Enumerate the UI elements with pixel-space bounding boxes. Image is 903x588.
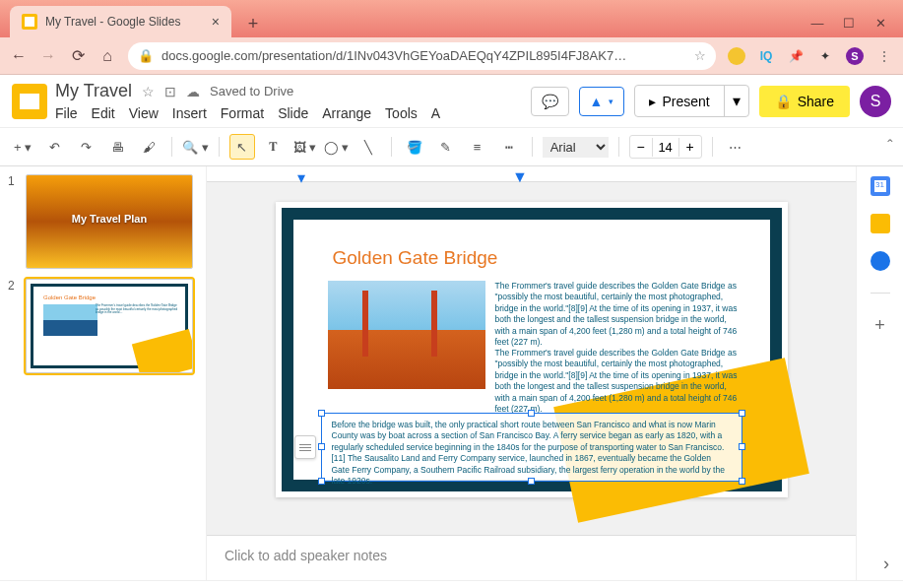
tab-title: My Travel - Google Slides [45,15,180,29]
resize-handle-icon[interactable] [528,478,535,485]
slide-image[interactable] [328,281,485,389]
present-dropdown[interactable]: ▾ [724,86,748,116]
slide-paragraph-2[interactable]: The Frommer's travel guide describes the… [495,348,739,416]
document-title[interactable]: My Travel [55,81,132,101]
menu-arrange[interactable]: Arrange [322,105,371,121]
minimize-icon[interactable]: — [810,16,824,30]
extensions-puzzle-icon[interactable]: ✦ [816,47,834,65]
zoom-button[interactable]: 🔍 ▾ [182,134,209,160]
collapse-toolbar-icon[interactable]: ˆ [877,128,903,165]
speaker-notes[interactable]: Click to add speaker notes [207,535,856,580]
lock-icon: 🔒 [138,48,154,63]
add-addon-icon[interactable]: + [871,315,890,335]
selected-textbox-content[interactable]: Before the bridge was built, the only pr… [332,420,725,486]
menu-more[interactable]: A [431,105,440,121]
star-icon[interactable]: ☆ [142,84,155,99]
ruler-indent-marker-icon[interactable]: ▼ [512,168,528,186]
fill-color-button[interactable]: 🪣 [402,134,427,160]
keep-icon[interactable] [871,214,890,233]
side-panel: 31 + [856,166,903,580]
browser-menu-icon[interactable]: ⋮ [875,47,893,65]
font-size-increase[interactable]: + [679,136,701,158]
extension-icon-1[interactable] [728,47,745,65]
maximize-icon[interactable]: ☐ [842,16,856,30]
share-button[interactable]: 🔒Share [759,86,850,117]
resize-handle-icon[interactable] [739,478,745,485]
slideshow-dropdown-button[interactable]: ▲▾ [579,87,625,116]
menu-format[interactable]: Format [221,105,264,121]
textbox-tool[interactable]: 𝐓 [261,134,287,160]
menu-insert[interactable]: Insert [172,105,207,121]
browser-tab[interactable]: My Travel - Google Slides × [10,6,231,37]
print-button[interactable]: 🖶 [104,134,130,160]
line-tool[interactable]: ╲ [355,134,381,160]
save-status: Saved to Drive [210,84,293,99]
font-size-value[interactable]: 14 [652,138,679,157]
slide-canvas[interactable]: Golden Gate Bridge The Frommer's travel … [276,202,788,497]
horizontal-ruler[interactable]: ▾ ▼ [207,166,856,182]
move-icon[interactable]: ⊡ [164,84,176,99]
resize-handle-icon[interactable] [528,410,535,417]
thumb-1-title: My Travel Plan [27,213,192,225]
redo-button[interactable]: ↷ [73,134,98,160]
reload-icon[interactable]: ⟳ [69,47,87,65]
side-panel-toggle-icon[interactable]: › [883,554,889,574]
select-tool[interactable]: ↖ [229,134,255,160]
tasks-icon[interactable] [871,251,890,271]
home-icon[interactable]: ⌂ [98,47,116,65]
menu-tools[interactable]: Tools [385,105,418,121]
slide-thumbnail-2[interactable]: Golden Gate Bridge The Frommer's travel … [26,279,193,373]
shape-tool[interactable]: ◯ ▾ [324,134,350,160]
thumb-number: 2 [8,279,20,373]
slide-title[interactable]: Golden Gate Bridge [333,247,498,269]
close-window-icon[interactable]: ✕ [873,16,887,30]
slides-favicon [22,14,37,30]
window-controls: — ☐ ✕ [810,16,903,37]
speaker-notes-placeholder: Click to add speaker notes [225,548,387,563]
play-icon: ▸ [649,94,656,109]
border-color-button[interactable]: ✎ [433,134,459,160]
border-weight-button[interactable]: ≡ [465,134,490,160]
border-dash-button[interactable]: ┅ [496,134,522,160]
slide-thumbnail-1[interactable]: My Travel Plan [26,174,193,269]
browser-titlebar: My Travel - Google Slides × + — ☐ ✕ [0,0,903,37]
notes-resize-grip-icon[interactable] [517,533,547,537]
menu-view[interactable]: View [129,105,159,121]
extension-icon-iq[interactable]: IQ [757,47,775,65]
tab-close-icon[interactable]: × [212,14,220,30]
font-family-select[interactable]: Arial [543,137,609,158]
selected-textbox[interactable]: Before the bridge was built, the only pr… [321,413,742,482]
undo-button[interactable]: ↶ [41,134,67,160]
new-slide-button[interactable]: + ▾ [10,134,35,160]
resize-handle-icon[interactable] [318,478,325,485]
url-field[interactable]: 🔒 docs.google.com/presentation/d/1INv043… [128,42,716,70]
paint-format-button[interactable]: 🖌 [136,134,161,160]
new-tab-button[interactable]: + [239,10,267,37]
more-tools-button[interactable]: ⋯ [723,134,748,160]
user-avatar[interactable]: S [860,86,891,117]
resize-handle-icon[interactable] [739,410,745,417]
back-icon[interactable]: ← [10,47,28,65]
font-size-decrease[interactable]: − [630,136,652,158]
present-button[interactable]: ▸Present [635,86,723,116]
google-slides-logo-icon[interactable] [12,84,47,119]
forward-icon: → [39,47,57,65]
resize-handle-icon[interactable] [318,443,325,450]
pinterest-icon[interactable]: 📌 [787,47,805,65]
ruler-indent-marker-icon[interactable]: ▾ [297,168,305,187]
star-bookmark-icon[interactable]: ☆ [694,48,706,63]
menu-slide[interactable]: Slide [278,105,308,121]
menu-file[interactable]: File [55,105,78,121]
menu-edit[interactable]: Edit [92,105,115,121]
comments-button[interactable]: 💬 [531,87,569,116]
resize-handle-icon[interactable] [318,410,325,417]
autofit-handle-icon[interactable] [294,435,316,459]
app-header: My Travel ☆ ⊡ ☁ Saved to Drive File Edit… [0,75,903,128]
slide-paragraph-1[interactable]: The Frommer's travel guide describes the… [495,281,739,349]
thumb-row-1: 1 My Travel Plan [8,174,198,269]
profile-avatar-icon[interactable]: S [846,47,864,65]
menu-bar: File Edit View Insert Format Slide Arran… [55,105,440,121]
resize-handle-icon[interactable] [739,443,745,450]
image-tool[interactable]: 🖼 ▾ [292,134,318,160]
calendar-icon[interactable]: 31 [871,176,890,196]
